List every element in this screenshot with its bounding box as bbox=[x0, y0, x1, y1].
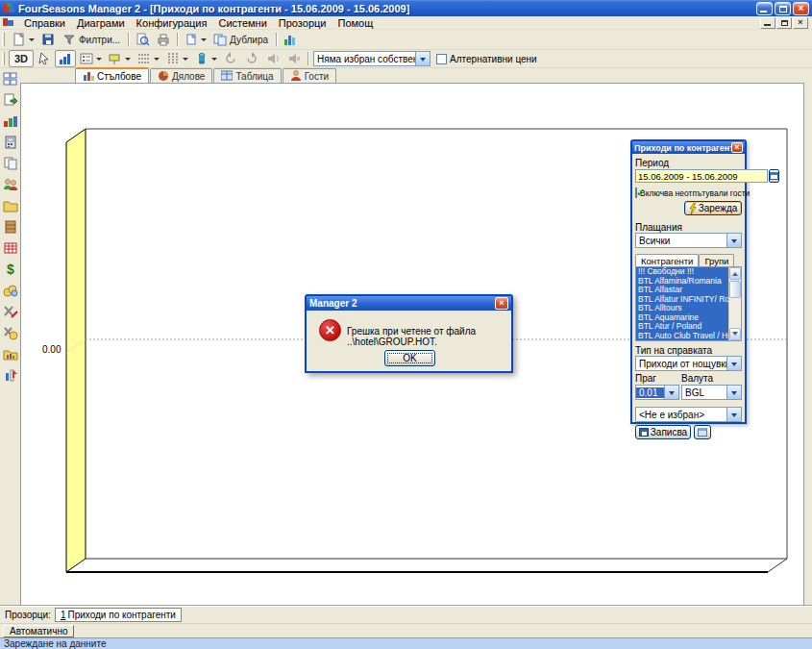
list-item[interactable]: BTL Alfatur INFINITY/ Romani bbox=[636, 295, 728, 305]
scroll-down-button[interactable] bbox=[729, 328, 741, 340]
sidebar-folder-button[interactable] bbox=[3, 198, 18, 213]
vgrid-dropdown-button[interactable] bbox=[162, 50, 191, 67]
mini-bars-button[interactable] bbox=[55, 50, 76, 67]
labels-dropdown-button[interactable] bbox=[105, 50, 134, 67]
bars-tab-icon bbox=[83, 70, 94, 83]
3d-toggle-button[interactable]: 3D bbox=[9, 50, 34, 67]
payments-select[interactable]: Всички bbox=[635, 233, 742, 248]
tab-bars[interactable]: Стълбове bbox=[75, 67, 149, 83]
menu-item[interactable]: Диаграми bbox=[71, 16, 131, 30]
panel-close-button[interactable]: × bbox=[731, 142, 743, 153]
menu-item[interactable]: Помощ bbox=[332, 16, 379, 30]
save-button[interactable] bbox=[37, 31, 59, 48]
currency-arrow-icon[interactable] bbox=[726, 386, 741, 399]
sidebar-export-button[interactable] bbox=[3, 92, 18, 108]
list-item[interactable]: BTL Auto Club Travel / Hunga bbox=[636, 332, 728, 341]
report-type-arrow-icon[interactable] bbox=[726, 357, 741, 370]
ok-button[interactable]: OK bbox=[384, 350, 435, 366]
owner-select[interactable]: Няма избран собственици bbox=[313, 51, 431, 66]
filters-label: Филтри... bbox=[79, 35, 120, 45]
dialog-close-button[interactable]: × bbox=[495, 297, 508, 310]
close-button[interactable]: × bbox=[793, 2, 809, 15]
report-type-select[interactable]: Приходи от нощувки bbox=[635, 356, 742, 371]
mdi-restore-button[interactable] bbox=[776, 17, 792, 29]
mdi-close-button[interactable]: × bbox=[793, 17, 808, 29]
chart-button[interactable] bbox=[280, 31, 301, 48]
filters-button[interactable]: Филтри... bbox=[59, 31, 125, 48]
tab-groups[interactable]: Групи bbox=[699, 254, 734, 266]
list-item[interactable]: BTL Aquamarine bbox=[636, 313, 728, 323]
sound-off-button[interactable] bbox=[283, 50, 305, 67]
tab-table[interactable]: Таблица bbox=[213, 68, 281, 83]
sidebar-folder-chart-button[interactable] bbox=[3, 346, 18, 362]
sidebar-archive-button[interactable] bbox=[3, 219, 18, 235]
alt-prices-checkbox[interactable] bbox=[436, 54, 447, 64]
template-select[interactable]: <Не е избран> bbox=[635, 407, 742, 422]
list-item[interactable]: BTL Alltours bbox=[636, 304, 728, 313]
sidebar-reports-grid-button[interactable] bbox=[3, 71, 18, 87]
load-button[interactable]: Зарежда bbox=[684, 201, 742, 215]
pointer-button[interactable] bbox=[34, 50, 55, 67]
currency-select[interactable]: BGL bbox=[681, 385, 742, 400]
tab-shares[interactable]: Дялове bbox=[150, 68, 212, 83]
sidebar-revenue-button[interactable]: $ bbox=[3, 262, 18, 277]
threshold-arrow-icon[interactable] bbox=[664, 386, 678, 399]
period-input[interactable] bbox=[635, 169, 768, 183]
sidebar-calculator-button[interactable] bbox=[3, 135, 18, 150]
minimize-button[interactable] bbox=[756, 2, 773, 15]
restore-button[interactable] bbox=[775, 2, 791, 15]
template-select-arrow-icon[interactable] bbox=[726, 408, 741, 421]
menu-item[interactable]: Системни bbox=[212, 16, 272, 30]
list-item[interactable]: BTL Atur / Poland bbox=[636, 322, 728, 332]
series-type-dropdown-button[interactable] bbox=[191, 50, 220, 67]
auto-button[interactable]: Автоматично bbox=[3, 625, 74, 637]
list-item[interactable]: !!! Свободни !!! bbox=[636, 267, 728, 277]
main-toolbar: Филтри... Дублира bbox=[0, 30, 812, 50]
sidebar-guest-stats-button[interactable] bbox=[3, 367, 18, 383]
menu-item[interactable]: Конфигурация bbox=[131, 16, 213, 30]
print-preview-button[interactable] bbox=[132, 31, 153, 48]
owner-select-arrow-icon[interactable] bbox=[415, 52, 430, 65]
sidebar-payments-button[interactable] bbox=[3, 283, 18, 298]
legend-dropdown-button[interactable] bbox=[76, 50, 105, 67]
toolbar-grip[interactable] bbox=[2, 52, 5, 65]
duplicate-button[interactable]: Дублира bbox=[209, 31, 273, 48]
sidebar-copy-report-button[interactable] bbox=[3, 156, 18, 171]
list-item[interactable]: BTL Alfamina/Romania bbox=[636, 277, 728, 287]
sidebar-red-table-button[interactable] bbox=[3, 240, 18, 256]
sidebar-color-chart-button[interactable] bbox=[3, 113, 18, 129]
hgrid-dropdown-button[interactable] bbox=[134, 50, 162, 67]
new-document-button[interactable] bbox=[9, 31, 37, 48]
menu-item[interactable]: Прозорци bbox=[273, 16, 332, 30]
include-guests-checkbox[interactable] bbox=[635, 187, 637, 198]
sidebar-cancel-payment-button[interactable] bbox=[3, 325, 18, 340]
sidebar-guests-button[interactable] bbox=[3, 177, 18, 192]
save-report-button[interactable]: Записва bbox=[635, 425, 691, 439]
payments-select-value: Всички bbox=[636, 236, 726, 246]
sidebar-cancel-guest-button[interactable] bbox=[3, 304, 18, 319]
sound-on-button[interactable] bbox=[262, 50, 283, 67]
menu-item[interactable]: Справки bbox=[18, 16, 71, 30]
toolbar-grip[interactable] bbox=[2, 33, 5, 46]
rotate-ccw-button[interactable] bbox=[220, 50, 241, 67]
print-button[interactable] bbox=[153, 31, 174, 48]
pointer-icon bbox=[37, 51, 52, 66]
tab-contractors[interactable]: Контрагенти bbox=[635, 254, 699, 266]
list-scrollbar[interactable] bbox=[728, 267, 741, 340]
copy-icon bbox=[184, 32, 199, 47]
threshold-select[interactable]: 0.01 bbox=[635, 385, 679, 400]
calendar-button[interactable] bbox=[769, 169, 779, 183]
dialog-title: Manager 2 bbox=[309, 298, 495, 309]
period-label: Период bbox=[635, 158, 742, 168]
table-view-button[interactable] bbox=[694, 425, 711, 439]
copy-button[interactable] bbox=[181, 31, 209, 48]
tab-guests[interactable]: Гости bbox=[283, 68, 336, 83]
scroll-thumb[interactable] bbox=[729, 281, 741, 298]
window-toggle-button[interactable]: 1 Приходи по контрагенти bbox=[55, 608, 182, 622]
save-report-label: Записва bbox=[651, 427, 687, 437]
payments-select-arrow-icon[interactable] bbox=[726, 234, 741, 247]
scroll-up-button[interactable] bbox=[729, 267, 741, 280]
mdi-minimize-button[interactable] bbox=[760, 17, 775, 29]
rotate-cw-button[interactable] bbox=[241, 50, 262, 67]
list-item[interactable]: BTL Alfastar bbox=[636, 286, 728, 295]
